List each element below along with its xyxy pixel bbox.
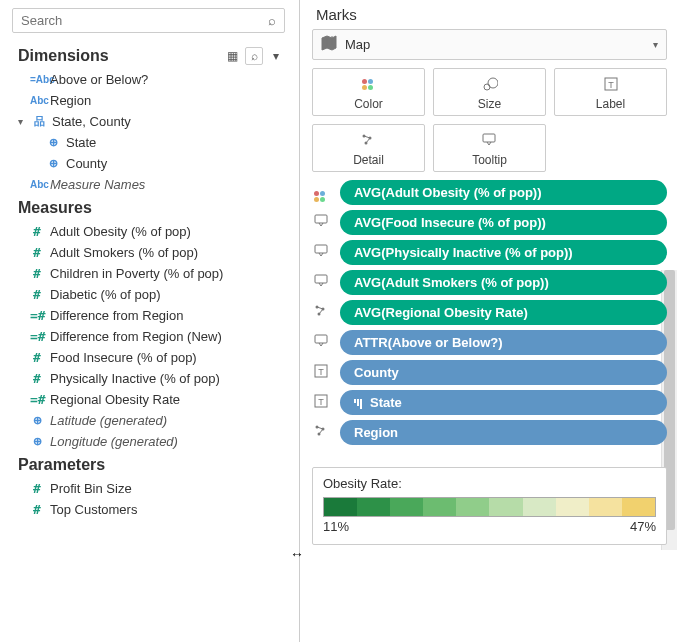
svg-rect-20 [357,399,359,406]
calc-number-icon: =# [30,392,44,407]
calc-text-icon: =Abc [30,74,44,85]
hierarchy-icon: 品 [32,114,46,129]
globe-icon: ⊕ [46,136,60,149]
pill-row: AVG(Regional Obesity Rate) [312,300,667,325]
svg-rect-7 [483,134,495,142]
field-item[interactable]: AbcRegion [16,90,299,111]
label-shelf[interactable]: T Label [554,68,667,116]
field-item[interactable]: =AbcAbove or Below? [16,69,299,90]
mark-type-label: Map [345,37,370,52]
number-icon: # [30,371,44,386]
field-label: Diabetic (% of pop) [50,287,161,302]
field-item[interactable]: ⊕Latitude (generated) [16,410,299,431]
detail-icon[interactable] [312,303,330,322]
number-icon: # [30,350,44,365]
field-item[interactable]: =#Regional Obesity Rate [16,389,299,410]
field-item[interactable]: ⊕Longitude (generated) [16,431,299,452]
measures-list: #Adult Obesity (% of pop)#Adult Smokers … [10,221,299,452]
field-label: Difference from Region [50,308,183,323]
tooltip-icon[interactable] [312,243,330,262]
color-shelf[interactable]: Color [312,68,425,116]
size-shelf[interactable]: Size [433,68,546,116]
pill-row: TCounty [312,360,667,385]
color-icon[interactable] [312,184,330,202]
field-label: Measure Names [50,177,145,192]
pills-container: AVG(Adult Obesity (% of pop))AVG(Food In… [312,180,667,445]
svg-rect-19 [354,399,356,403]
color-legend[interactable]: Obesity Rate: 11% 47% [312,467,667,545]
field-item[interactable]: =#Difference from Region [16,305,299,326]
tooltip-icon[interactable] [312,273,330,292]
caret-icon[interactable]: ▾ [18,116,26,127]
field-pill[interactable]: AVG(Adult Smokers (% of pop)) [340,270,667,295]
tooltip-icon[interactable] [312,213,330,232]
field-label: State [66,135,96,150]
svg-rect-8 [315,215,327,223]
field-item[interactable]: ⊕County [16,153,299,174]
pill-row: AVG(Physically Inactive (% of pop)) [312,240,667,265]
number-icon: # [30,245,44,260]
dimensions-tools: ▦ ⌕ ▾ [223,47,285,65]
find-field-icon[interactable]: ⌕ [245,47,263,65]
pill-row: AVG(Adult Smokers (% of pop)) [312,270,667,295]
field-item[interactable]: #Food Insecure (% of pop) [16,347,299,368]
field-item[interactable]: #Diabetic (% of pop) [16,284,299,305]
field-pill[interactable]: AVG(Physically Inactive (% of pop)) [340,240,667,265]
menu-arrow-icon[interactable]: ▾ [267,49,285,63]
tooltip-icon[interactable] [312,333,330,352]
field-item[interactable]: #Children in Poverty (% of pop) [16,263,299,284]
view-as-table-icon[interactable]: ▦ [223,49,241,63]
legend-min: 11% [323,519,349,534]
shelf-row-2: Detail Tooltip [312,124,667,172]
detail-icon[interactable] [312,423,330,442]
search-box[interactable]: ⌕ [12,8,285,33]
pill-row: AVG(Food Insecure (% of pop)) [312,210,667,235]
field-label: Physically Inactive (% of pop) [50,371,220,386]
field-label: Top Customers [50,502,137,517]
number-icon: # [30,266,44,281]
svg-rect-21 [360,399,362,409]
field-label: Above or Below? [50,72,148,87]
field-item[interactable]: #Top Customers [16,499,299,520]
field-item[interactable]: =#Difference from Region (New) [16,326,299,347]
field-label: Food Insecure (% of pop) [50,350,197,365]
field-label: Adult Smokers (% of pop) [50,245,198,260]
svg-point-0 [484,84,490,90]
label-icon[interactable]: T [312,393,330,412]
label-icon[interactable]: T [312,363,330,382]
field-item[interactable]: ⊕State [16,132,299,153]
field-item[interactable]: #Adult Obesity (% of pop) [16,221,299,242]
tooltip-icon [481,131,497,149]
parameters-list: #Profit Bin Size#Top Customers [10,478,299,520]
number-icon: # [30,224,44,239]
field-pill[interactable]: AVG(Adult Obesity (% of pop)) [340,180,667,205]
parameters-header: Parameters [10,452,299,478]
search-icon: ⌕ [268,13,276,28]
number-icon: # [30,502,44,517]
field-pill[interactable]: Region [340,420,667,445]
mark-type-dropdown[interactable]: Map ▾ [312,29,667,60]
parameters-title: Parameters [18,456,105,474]
search-input[interactable] [21,13,268,28]
number-icon: # [30,481,44,496]
field-pill[interactable]: County [340,360,667,385]
data-pane: ⌕ Dimensions ▦ ⌕ ▾ =AbcAbove or Below?Ab… [0,0,300,642]
pill-row: AVG(Adult Obesity (% of pop)) [312,180,667,205]
field-pill[interactable]: ATTR(Above or Below?) [340,330,667,355]
dimensions-title: Dimensions [18,47,109,65]
field-pill[interactable]: AVG(Regional Obesity Rate) [340,300,667,325]
svg-text:T: T [608,80,614,90]
field-pill[interactable]: AVG(Food Insecure (% of pop)) [340,210,667,235]
field-item[interactable]: #Adult Smokers (% of pop) [16,242,299,263]
svg-rect-14 [315,335,327,343]
detail-shelf[interactable]: Detail [312,124,425,172]
field-item[interactable]: #Profit Bin Size [16,478,299,499]
tooltip-shelf[interactable]: Tooltip [433,124,546,172]
field-item[interactable]: ▾品State, County [16,111,299,132]
map-icon [321,35,337,54]
field-item[interactable]: #Physically Inactive (% of pop) [16,368,299,389]
svg-rect-10 [315,275,327,283]
field-item[interactable]: AbcMeasure Names [16,174,299,195]
field-label: Difference from Region (New) [50,329,222,344]
field-pill[interactable]: State [340,390,667,415]
